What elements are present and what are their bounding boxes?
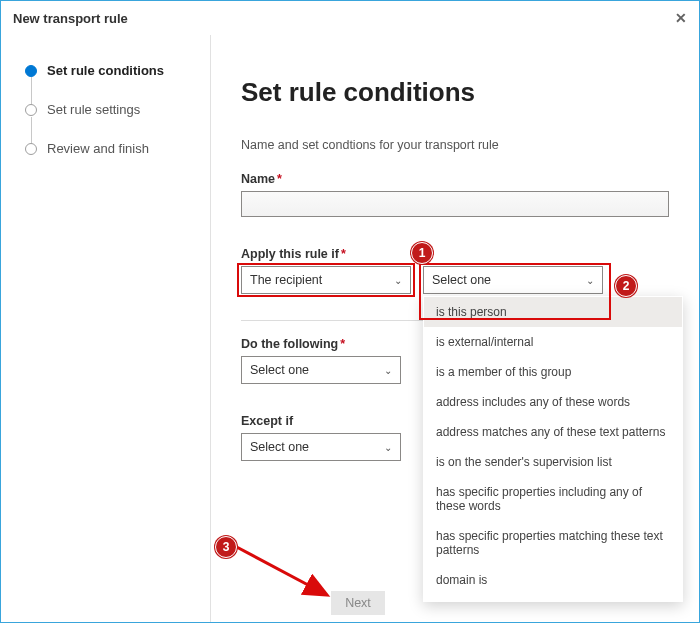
step-dot-icon	[25, 104, 37, 116]
dialog-body: Set rule conditions Set rule settings Re…	[1, 35, 699, 623]
page-title: Set rule conditions	[241, 77, 669, 108]
step-connector	[31, 77, 32, 105]
dropdown-option[interactable]: is a member of this group	[424, 357, 682, 387]
action-select[interactable]: Select one ⌄	[241, 356, 401, 384]
dropdown-option[interactable]: domain is	[424, 565, 682, 595]
condition-predicate-dropdown: is this person is external/internal is a…	[423, 296, 683, 602]
apply-rule-row: 1 2 The recipient ⌄ Select one ⌄ is this…	[241, 266, 669, 294]
wizard-steps-sidebar: Set rule conditions Set rule settings Re…	[1, 35, 211, 623]
step-label: Set rule conditions	[47, 63, 164, 78]
name-field-block: Name*	[241, 172, 669, 217]
dropdown-option[interactable]: has specific properties including any of…	[424, 477, 682, 521]
wizard-step-2[interactable]: Set rule settings	[25, 102, 192, 117]
select-value: Select one	[250, 440, 309, 454]
select-value: Select one	[432, 273, 491, 287]
chevron-down-icon: ⌄	[394, 275, 402, 286]
step-label: Set rule settings	[47, 102, 140, 117]
dialog-window: New transport rule ✕ Set rule conditions…	[0, 0, 700, 623]
required-asterisk: *	[340, 337, 345, 351]
svg-line-0	[231, 544, 325, 594]
name-label: Name*	[241, 172, 669, 186]
select-value: The recipient	[250, 273, 322, 287]
required-asterisk: *	[277, 172, 282, 186]
annotation-number-3: 3	[215, 536, 237, 558]
dropdown-option[interactable]: address matches any of these text patter…	[424, 417, 682, 447]
condition-predicate-select[interactable]: Select one ⌄	[423, 266, 603, 294]
select-value: Select one	[250, 363, 309, 377]
main-panel: Set rule conditions Name and set condtio…	[211, 35, 699, 623]
page-subtitle: Name and set condtions for your transpor…	[241, 138, 669, 152]
step-dot-icon	[25, 65, 37, 77]
wizard-step-3[interactable]: Review and finish	[25, 141, 192, 156]
close-icon[interactable]: ✕	[675, 10, 687, 26]
chevron-down-icon: ⌄	[586, 275, 594, 286]
window-title: New transport rule	[13, 11, 128, 26]
chevron-down-icon: ⌄	[384, 365, 392, 376]
exception-select[interactable]: Select one ⌄	[241, 433, 401, 461]
rule-name-input[interactable]	[241, 191, 669, 217]
dropdown-option[interactable]: is external/internal	[424, 327, 682, 357]
dropdown-option[interactable]: address includes any of these words	[424, 387, 682, 417]
dropdown-option[interactable]: is this person	[424, 297, 682, 327]
condition-subject-select[interactable]: The recipient ⌄	[241, 266, 411, 294]
next-button[interactable]: Next	[331, 591, 385, 615]
required-asterisk: *	[341, 247, 346, 261]
apply-rule-label: Apply this rule if*	[241, 247, 669, 261]
dropdown-option[interactable]: is on the sender's supervision list	[424, 447, 682, 477]
dropdown-option[interactable]: has specific properties matching these t…	[424, 521, 682, 565]
step-dot-icon	[25, 143, 37, 155]
wizard-step-1[interactable]: Set rule conditions	[25, 63, 192, 78]
annotation-number-2: 2	[615, 275, 637, 297]
titlebar: New transport rule ✕	[1, 1, 699, 35]
step-label: Review and finish	[47, 141, 149, 156]
chevron-down-icon: ⌄	[384, 442, 392, 453]
